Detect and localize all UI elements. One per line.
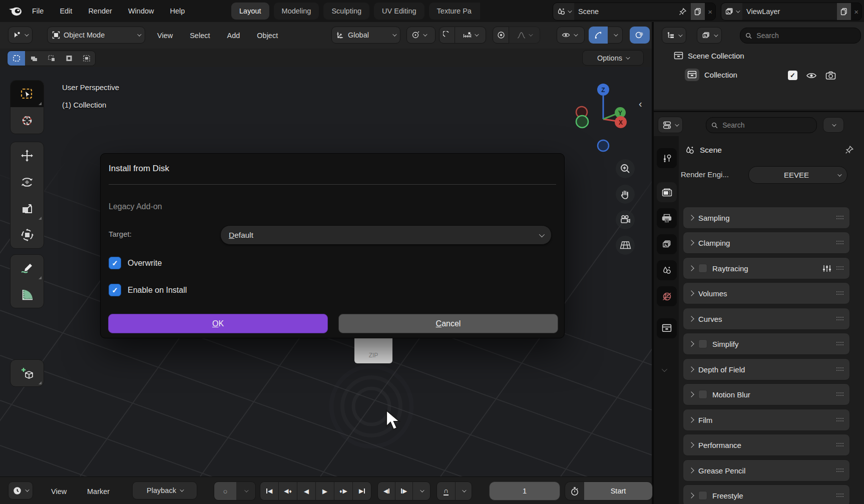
keying-dropdown[interactable] [455, 482, 472, 500]
navigation-gizmo[interactable]: Z X Y [575, 78, 640, 155]
axis-y-negative[interactable] [576, 116, 588, 128]
jump-to-end-button[interactable]: ▶ [352, 482, 371, 500]
scene-new-button[interactable] [691, 3, 705, 20]
transform-orientation-dropdown[interactable]: Global [331, 27, 400, 44]
menu-view[interactable]: View [154, 30, 176, 42]
prev-keyframe-button[interactable]: ◀♦ [278, 482, 297, 500]
menu-select[interactable]: Select [187, 30, 213, 42]
select-mode-extend-button[interactable] [25, 51, 43, 66]
scene-browse-button[interactable] [553, 3, 574, 20]
tab-collection[interactable] [657, 318, 677, 338]
snap-settings-dropdown[interactable] [455, 27, 486, 44]
drag-handle[interactable] [836, 418, 843, 422]
gizmo-settings-dropdown[interactable] [608, 27, 623, 44]
frame-back-button[interactable]: ◀ [378, 482, 395, 500]
outliner-row-collection[interactable]: Collection [685, 69, 737, 81]
drag-handle[interactable] [836, 266, 843, 270]
auto-keying-dropdown[interactable] [236, 482, 255, 500]
menu-add[interactable]: Add [224, 30, 243, 42]
drag-handle[interactable] [836, 342, 843, 346]
active-tool-button[interactable] [8, 27, 33, 44]
object-visibility-dropdown[interactable] [557, 27, 585, 44]
properties-search-input[interactable] [721, 121, 811, 130]
pan-view-button[interactable] [616, 185, 635, 204]
viewlayer-browse-button[interactable] [721, 3, 742, 20]
motion-blur-checkbox[interactable] [698, 390, 707, 399]
frame-forward-button[interactable]: ▶ [395, 482, 412, 500]
select-mode-invert-button[interactable] [60, 51, 78, 66]
sidebar-collapse-arrow[interactable]: ‹ [639, 98, 642, 110]
tab-world[interactable] [657, 286, 677, 306]
auto-keying-toggle[interactable]: ○ [214, 482, 236, 500]
cursor-tool-button[interactable] [11, 107, 44, 134]
timeline-menu-marker[interactable]: Marker [84, 485, 113, 497]
tab-scene[interactable] [657, 260, 677, 280]
transform-tool-button[interactable] [11, 222, 44, 248]
properties-filter-dropdown[interactable] [658, 117, 683, 133]
camera-view-button[interactable] [616, 210, 635, 229]
cancel-button[interactable]: Cancel [338, 314, 558, 333]
use-preview-range-button[interactable] [565, 482, 584, 500]
render-engine-select[interactable]: EEVEE [748, 166, 847, 184]
measure-tool-button[interactable] [11, 281, 44, 308]
play-reverse-button[interactable]: ◀ [297, 482, 315, 500]
drag-handle[interactable] [836, 367, 843, 371]
freestyle-checkbox[interactable] [698, 491, 707, 500]
select-box-tool-button[interactable] [11, 81, 44, 107]
outliner-filter-dropdown[interactable] [697, 27, 722, 44]
outliner-search-input[interactable] [755, 31, 855, 40]
panel-depth-of-field[interactable]: Depth of Field [683, 358, 850, 380]
editor-type-button[interactable] [8, 481, 33, 499]
select-mode-intersect-button[interactable] [78, 51, 95, 66]
next-keyframe-button[interactable]: ♦▶ [334, 482, 352, 500]
show-gizmo-toggle[interactable] [589, 27, 608, 44]
properties-search[interactable] [706, 117, 817, 133]
menu-window[interactable]: Window [125, 5, 157, 17]
drag-handle[interactable] [836, 443, 843, 447]
frame-step-dropdown[interactable] [412, 482, 430, 500]
drag-handle[interactable] [836, 468, 843, 472]
annotate-tool-button[interactable] [11, 255, 44, 281]
panel-clamping[interactable]: Clamping [683, 232, 850, 254]
drag-handle[interactable] [836, 241, 843, 245]
frame-start-field[interactable]: Start [584, 482, 652, 500]
menu-file[interactable]: File [29, 5, 47, 17]
tab-output[interactable] [657, 208, 677, 228]
zoom-view-button[interactable] [616, 159, 635, 178]
drag-handle[interactable] [836, 216, 843, 220]
simplify-checkbox[interactable] [698, 339, 707, 348]
panel-simplify[interactable]: Simplify [683, 333, 850, 355]
drag-handle[interactable] [836, 392, 843, 396]
properties-options-dropdown[interactable] [823, 117, 844, 133]
disable-in-renders-camera-icon[interactable] [825, 71, 836, 80]
keying-set-button[interactable]: ∩ [437, 482, 455, 500]
overwrite-checkbox[interactable]: ✓ [109, 257, 121, 269]
tab-tool[interactable] [657, 148, 677, 168]
blender-logo-icon[interactable] [8, 4, 23, 18]
viewlayer-remove-button[interactable]: × [851, 8, 861, 16]
raytracing-checkbox[interactable] [698, 264, 707, 273]
jump-to-start-button[interactable]: ◀ [260, 482, 278, 500]
options-dropdown[interactable]: Options [582, 50, 644, 66]
select-mode-set-button[interactable] [8, 51, 25, 66]
scene-name[interactable]: Scene [578, 8, 676, 16]
panel-volumes[interactable]: Volumes [683, 282, 850, 304]
snap-toggle-button[interactable] [439, 27, 455, 44]
tab-view-layer[interactable] [657, 234, 677, 254]
ok-button[interactable]: OK [108, 314, 328, 333]
workspace-tab-uv-editing[interactable]: UV Editing [374, 3, 424, 20]
timeline-menu-view[interactable]: View [48, 485, 70, 497]
menu-render[interactable]: Render [85, 5, 115, 17]
tab-overflow-indicator[interactable] [662, 365, 666, 373]
drag-handle[interactable] [836, 493, 843, 497]
sliders-icon[interactable] [822, 264, 831, 273]
workspace-tab-layout[interactable]: Layout [231, 3, 269, 20]
tab-render[interactable] [657, 182, 677, 202]
menu-help[interactable]: Help [167, 5, 188, 17]
collection-exclude-checkbox[interactable]: ✓ [788, 71, 797, 80]
playback-dropdown[interactable]: Playback [132, 481, 197, 499]
select-mode-subtract-button[interactable] [43, 51, 60, 66]
mode-dropdown[interactable]: Object Mode [47, 27, 145, 44]
viewlayer-new-button[interactable] [837, 3, 851, 20]
pin-icon[interactable] [679, 8, 687, 16]
